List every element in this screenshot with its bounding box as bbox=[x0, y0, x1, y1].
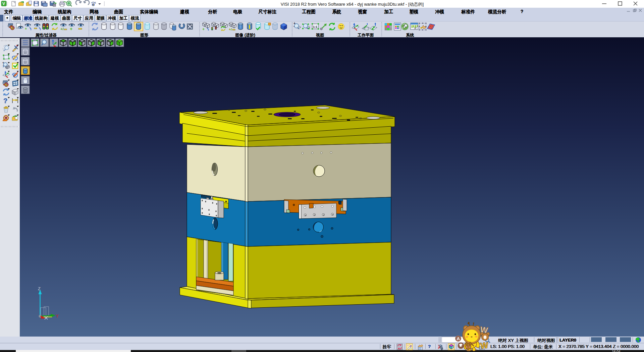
svg-text:+: + bbox=[202, 27, 205, 32]
svg-text:?: ? bbox=[3, 97, 7, 104]
svg-text:W: W bbox=[480, 340, 489, 350]
svg-text:+/: +/ bbox=[60, 27, 63, 31]
svg-text:+: + bbox=[25, 27, 27, 31]
svg-text:-: - bbox=[3, 63, 4, 67]
svg-text:Y: Y bbox=[56, 313, 59, 319]
svg-text:A: A bbox=[457, 336, 460, 341]
svg-text:+/: +/ bbox=[229, 27, 232, 31]
svg-text:1:1: 1:1 bbox=[313, 25, 317, 29]
svg-text:V: V bbox=[2, 1, 5, 6]
svg-text:+: + bbox=[70, 26, 72, 32]
svg-text:-: - bbox=[293, 24, 294, 28]
